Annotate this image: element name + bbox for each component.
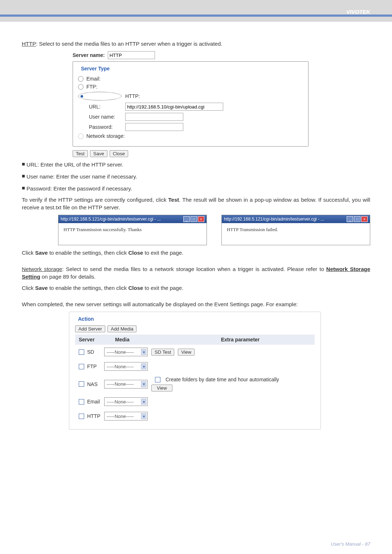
close-icon[interactable]: ×: [198, 216, 204, 222]
media-select-nas[interactable]: -----None-----▾: [104, 380, 148, 389]
add-media-button[interactable]: Add Media: [107, 325, 136, 332]
click-save-para-1: Click Save to enable the settings, then …: [22, 249, 370, 257]
server-name-label: Server name:: [73, 52, 105, 58]
table-row: FTP -----None-----▾: [75, 359, 315, 374]
chevron-down-icon: ▾: [141, 349, 147, 355]
th-server: Server: [75, 335, 111, 345]
radio-email[interactable]: [78, 76, 83, 82]
page-footer: User's Manual - 87: [331, 541, 370, 547]
maximize-icon[interactable]: □: [191, 216, 197, 222]
popup-fail: http://192.168.5.121/cgi-bin/admin/tests…: [221, 215, 370, 245]
http-intro: HTTP: Select to send the media files to …: [22, 40, 370, 48]
url-label: URL:: [89, 104, 125, 110]
sd-test-button[interactable]: SD Test: [151, 349, 174, 356]
test-button[interactable]: Test: [73, 150, 88, 157]
completed-para: When completed, the new server settings …: [22, 300, 370, 308]
chevron-down-icon: ▾: [141, 413, 147, 419]
verify-para: To verify if the HTTP settings are corre…: [22, 196, 370, 211]
username-input[interactable]: [125, 113, 183, 121]
row-http-label: HTTP: [87, 413, 101, 419]
url-input[interactable]: [125, 103, 223, 111]
bullet-user: ■User name: Enter the user name if neces…: [22, 172, 370, 180]
close-icon[interactable]: ×: [361, 216, 368, 222]
row-email-label: Email: [87, 399, 100, 405]
popup-fail-title: http://192.168.5.121/cgi-bin/admin/tests…: [224, 217, 324, 222]
save-button[interactable]: Save: [90, 150, 107, 157]
checkbox-nas[interactable]: [79, 381, 84, 387]
server-type-legend: Server Type: [79, 66, 111, 71]
chevron-down-icon: ▾: [141, 363, 147, 370]
radio-http-label: HTTP:: [125, 93, 140, 99]
table-row: Email -----None-----▾: [75, 394, 315, 409]
checkbox-ftp[interactable]: [79, 364, 84, 369]
http-intro-rest: : Select to send the media files to an H…: [36, 41, 222, 47]
server-name-input[interactable]: [108, 51, 155, 59]
row-sd-label: SD: [87, 349, 94, 355]
username-label: User name:: [89, 114, 125, 120]
brand: VIVOTEK: [346, 9, 370, 15]
table-row: SD -----None-----▾ SD Test View: [75, 345, 315, 359]
close-button[interactable]: Close: [110, 150, 128, 157]
chevron-down-icon: ▾: [141, 381, 147, 387]
media-select-ftp[interactable]: -----None-----▾: [104, 362, 148, 371]
view-button[interactable]: View: [151, 385, 172, 391]
popup-success-body: HTTP Transmission successfully. Thanks: [58, 223, 207, 245]
radio-http[interactable]: [78, 92, 122, 100]
bullet-url: ■URL: Enter the URL of the HTTP server.: [22, 160, 370, 168]
popup-success-title: http://192.168.5.121/cgi-bin/admin/tests…: [61, 217, 161, 222]
maximize-icon[interactable]: □: [354, 216, 360, 222]
http-intro-prefix: HTTP: [22, 41, 36, 47]
action-legend: Action: [77, 316, 95, 322]
th-media: Media: [111, 335, 166, 345]
network-storage-para: Network storage: Select to send the medi…: [22, 265, 370, 280]
radio-email-label: Email:: [86, 76, 101, 82]
bullet-pass: ■Password: Enter the password if necessa…: [22, 184, 370, 192]
radio-network-storage-label: Network storage:: [86, 133, 125, 139]
media-select-sd[interactable]: -----None-----▾: [104, 348, 148, 356]
table-row: NAS -----None-----▾ Create folders by da…: [75, 374, 315, 394]
table-row: HTTP -----None-----▾: [75, 409, 315, 423]
popup-fail-body: HTTP Transmission failed.: [222, 223, 370, 245]
popup-success: http://192.168.5.121/cgi-bin/admin/tests…: [58, 215, 207, 245]
add-server-button[interactable]: Add Server: [75, 325, 105, 332]
click-save-para-2: Click Save to enable the settings, then …: [22, 284, 370, 292]
radio-ftp-label: FTP:: [86, 84, 97, 90]
checkbox-http[interactable]: [79, 414, 84, 419]
checkbox-email[interactable]: [79, 399, 84, 405]
password-input[interactable]: [125, 123, 183, 131]
minimize-icon[interactable]: _: [347, 216, 353, 222]
row-ftp-label: FTP: [87, 364, 97, 369]
password-label: Password:: [89, 124, 125, 130]
radio-ftp[interactable]: [78, 84, 83, 90]
chevron-down-icon: ▾: [141, 398, 147, 405]
view-button[interactable]: View: [178, 349, 195, 356]
row-nas-label: NAS: [87, 381, 98, 387]
media-select-http[interactable]: -----None-----▾: [104, 412, 148, 420]
checkbox-create-folders[interactable]: [155, 377, 160, 382]
checkbox-sd[interactable]: [79, 349, 84, 355]
minimize-icon[interactable]: _: [183, 216, 190, 222]
radio-network-storage[interactable]: [78, 134, 83, 139]
nas-extra-label: Create folders by date time and hour aut…: [166, 377, 279, 382]
th-extra: Extra parameter: [166, 335, 315, 345]
media-select-email[interactable]: -----None-----▾: [104, 397, 148, 406]
